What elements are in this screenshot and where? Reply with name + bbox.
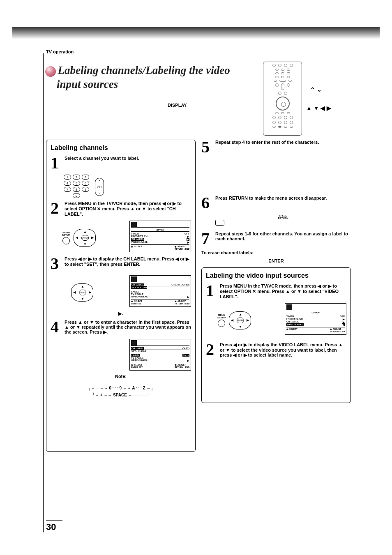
step-4: 4 Press ▲ or ▼ to enter a character in t… — [51, 320, 191, 335]
step-b2: 2 Press ◀ or ▶ to display the VIDEO LABE… — [206, 342, 346, 358]
remote-ch-arrows: ⌃ ⌄ — [310, 86, 322, 93]
step-7-text: Repeat steps 1-6 for other channels. You… — [215, 231, 351, 246]
remote-dpad-arrows: ▲ ▼ ◀ ▶ — [306, 105, 331, 111]
step-1-text: Select a channel you want to label. — [65, 156, 191, 170]
display-label: DISPLAY — [168, 103, 187, 108]
osd-option-menu-2: OPTION TIMEROFF FAVORITE CH▶ CH LABEL▶ V… — [285, 303, 346, 335]
step-3-text: Press ◀ or ▶ to display the CH LABEL men… — [65, 256, 191, 271]
step-num-2: 2 — [51, 201, 62, 216]
title-line2: input sources — [57, 78, 118, 90]
step-num-7: 7 — [201, 231, 213, 246]
step-1: 1 Select a channel you want to label. — [51, 156, 191, 170]
erase-heading: To erase channel labels: — [201, 250, 351, 255]
menu-button-icon-2: MENU SETUP — [217, 314, 226, 327]
step-num-3: 3 — [51, 256, 62, 271]
dpad-icon: ▲▼◀▶ ENTER — [74, 229, 96, 247]
box2-title: Labeling the video input sources — [206, 272, 346, 279]
section-header: TV operation — [46, 49, 74, 54]
step-3: 3 Press ◀ or ▶ to display the CH LABEL m… — [51, 256, 191, 271]
step-b1-text: Press MENU in the TV/VCR mode, then pres… — [220, 283, 346, 299]
char-cycle-diagram: ┌→ – ←→ 0 · · · 9 ←→ A · · · Z ←┐ └→ + ←… — [51, 385, 191, 398]
step-num-b2: 2 — [206, 342, 217, 358]
step2-diagram: MENU SETUP ▲▼◀▶ ENTER OPTION TIMEROFF FA… — [62, 221, 191, 255]
remote-diagram — [263, 62, 302, 136]
step-4-text: Press ▲ or ▼ to enter a character in the… — [65, 320, 191, 335]
columns: Labeling channels 1 Select a channel you… — [46, 140, 351, 514]
ch-rocker: ⌃CH⌄ — [95, 178, 104, 196]
step-num-4: 4 — [51, 320, 62, 335]
step-6: 6 Press RETURN to make the menu screen d… — [201, 196, 351, 210]
labeling-channels-box: Labeling channels 1 Select a channel you… — [46, 140, 196, 452]
step4-diagram: CH LABELCH 035 SET / CLEAR LABELS - - - … — [129, 339, 191, 371]
top-gradient — [12, 27, 380, 39]
step-num-5: 5 — [201, 140, 213, 154]
dpad-icon-2: ▲▼◀▶ ENTER — [71, 283, 93, 302]
right-column: 5 Repeat step 4 to enter the rest of the… — [201, 140, 351, 514]
menu-button-icon: MENU SETUP — [62, 231, 70, 244]
stepb1-diagram: MENU SETUP ▲▼◀▶ ENTER OPTION TIMEROFF FA… — [217, 303, 346, 337]
osd-chlabel-menu: CH LABELCH LABEL CH 035 SET / CLEAR LABE… — [129, 275, 191, 307]
osd-chlabel-edit: CH LABELCH 035 SET / CLEAR LABELS - - - … — [129, 339, 191, 371]
page: TV operation Labeling channels/Labeling … — [0, 0, 392, 555]
step-7: 7 Repeat steps 1-6 for other channels. Y… — [201, 231, 351, 246]
step-2: 2 Press MENU in the TV/VCR mode, then pr… — [51, 201, 191, 216]
step-num-1: 1 — [51, 156, 62, 170]
return-button-icon: SPEED RETURN — [215, 214, 351, 226]
enter-center: ENTER — [201, 258, 351, 263]
osd-option-menu: OPTION TIMEROFF FAVORITE CH▶ CH LABEL▶ V… — [129, 221, 191, 252]
page-number: 30 — [46, 520, 62, 532]
page-title: Labeling channels/Labeling the video inp… — [45, 64, 247, 92]
step-5-text: Repeat step 4 to enter the rest of the c… — [215, 140, 351, 154]
step-b2-text: Press ◀ or ▶ to display the VIDEO LABEL … — [220, 342, 346, 358]
title-line1: Labeling channels/Labeling the video — [58, 64, 230, 76]
step3-diagram: ▲▼◀▶ ENTER CH LABELCH LABEL CH 035 SET /… — [71, 275, 191, 309]
title-bullet-icon — [45, 66, 56, 77]
step-num-6: 6 — [201, 196, 213, 210]
left-border — [43, 53, 44, 532]
box1-title: Labeling channels — [51, 144, 191, 152]
keypad-diagram: 123 456 789 0 ⌃CH⌄ — [64, 175, 191, 199]
left-column: Labeling channels 1 Select a channel you… — [46, 140, 196, 514]
step-2-text: Press MENU in the TV/VCR mode, then pres… — [65, 201, 191, 216]
step-b1: 1 Press MENU in the TV/VCR mode, then pr… — [206, 283, 346, 299]
dpad-icon-3: ▲▼◀▶ ENTER — [229, 311, 251, 329]
note-label: Note: — [51, 374, 191, 379]
step-5: 5 Repeat step 4 to enter the rest of the… — [201, 140, 351, 154]
step-num-b1: 1 — [206, 283, 217, 299]
step-6-text: Press RETURN to make the menu screen dis… — [215, 196, 351, 210]
step3-note: ▶. — [51, 311, 191, 316]
labeling-video-box: Labeling the video input sources 1 Press… — [201, 267, 351, 403]
